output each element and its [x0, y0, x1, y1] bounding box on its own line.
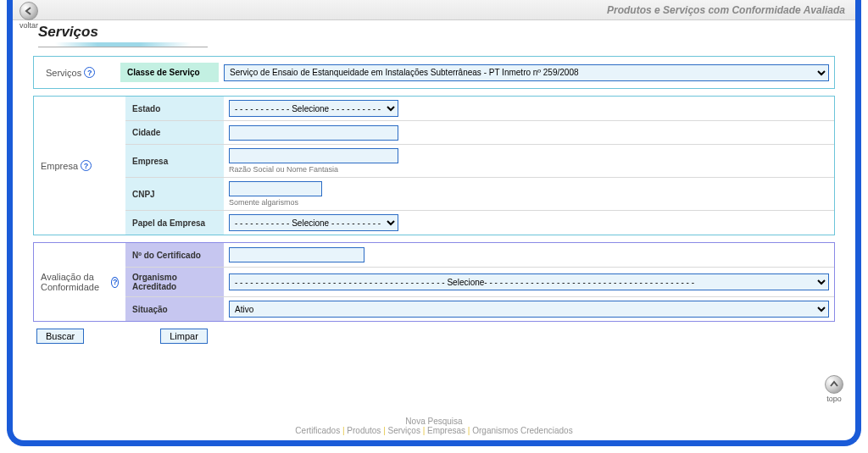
- empresa-box: Empresa ? Estado - - - - - - - - - - - S…: [33, 96, 835, 235]
- empresa-input[interactable]: [229, 148, 398, 163]
- footer: Nova Pesquisa Certificados | Produtos | …: [13, 417, 855, 435]
- content: Serviços ? Classe de Serviço Serviço de …: [13, 56, 855, 349]
- buscar-button[interactable]: Buscar: [36, 329, 84, 344]
- back-button[interactable]: voltar: [19, 2, 38, 30]
- servicos-section-label: Serviços ?: [39, 62, 120, 83]
- footer-link[interactable]: Empresas: [427, 426, 465, 435]
- topo-label: topo: [826, 395, 842, 403]
- limpar-button[interactable]: Limpar: [160, 329, 208, 344]
- page-title: Serviços: [38, 24, 98, 41]
- footer-link[interactable]: Produtos: [347, 426, 381, 435]
- footer-link[interactable]: Certificados: [295, 426, 340, 435]
- main-frame: voltar Produtos e Serviços com Conformid…: [7, 0, 861, 446]
- help-icon[interactable]: ?: [111, 277, 119, 288]
- button-row: Buscar Limpar: [36, 329, 835, 344]
- help-icon[interactable]: ?: [81, 160, 92, 171]
- up-arrow-icon: [825, 375, 843, 394]
- back-label: voltar: [19, 21, 38, 30]
- empresa-hint: Razão Social ou Nome Fantasia: [229, 165, 829, 174]
- conformidade-box: Avaliação da Conformidade ? Nº do Certif…: [33, 242, 835, 322]
- estado-label: Estado: [125, 97, 224, 120]
- back-arrow-icon: [19, 2, 38, 20]
- sit-label: Situação: [125, 297, 224, 321]
- header-bar: Produtos e Serviços com Conformidade Ava…: [13, 0, 855, 20]
- footer-links: Certificados | Produtos | Serviços | Emp…: [13, 426, 855, 435]
- org-select[interactable]: - - - - - - - - - - - - - - - - - - - - …: [229, 273, 829, 290]
- empresa-label: Empresa: [125, 145, 224, 177]
- footer-link[interactable]: Organismos Credenciados: [472, 426, 572, 435]
- cidade-input[interactable]: [229, 125, 398, 141]
- org-label: Organismo Acreditado: [125, 268, 224, 296]
- help-icon[interactable]: ?: [84, 67, 95, 78]
- papel-select[interactable]: - - - - - - - - - - - Selecione - - - - …: [229, 214, 398, 231]
- header-title: Produtos e Serviços com Conformidade Ava…: [607, 4, 845, 16]
- servicos-box: Serviços ? Classe de Serviço Serviço de …: [33, 56, 835, 89]
- topo-button[interactable]: topo: [825, 375, 843, 403]
- estado-select[interactable]: - - - - - - - - - - - Selecione - - - - …: [229, 100, 398, 117]
- papel-label: Papel da Empresa: [125, 211, 224, 235]
- cnpj-label: CNPJ: [125, 178, 224, 210]
- cnpj-hint: Somente algarismos: [229, 198, 829, 207]
- classe-servico-select[interactable]: Serviço de Ensaio de Estanqueidade em In…: [224, 64, 829, 81]
- classe-servico-label: Classe de Serviço: [120, 63, 219, 82]
- empresa-section-label: Empresa ?: [34, 97, 125, 235]
- cidade-label: Cidade: [125, 121, 224, 144]
- footer-nova-link[interactable]: Nova Pesquisa: [405, 417, 462, 426]
- conformidade-section-label: Avaliação da Conformidade ?: [34, 243, 125, 321]
- sit-select[interactable]: Ativo: [229, 301, 829, 318]
- title-underline: [38, 42, 208, 47]
- cert-input[interactable]: [229, 247, 364, 262]
- cnpj-input[interactable]: [229, 181, 322, 196]
- cert-label: Nº do Certificado: [125, 243, 224, 267]
- footer-link[interactable]: Serviços: [388, 426, 420, 435]
